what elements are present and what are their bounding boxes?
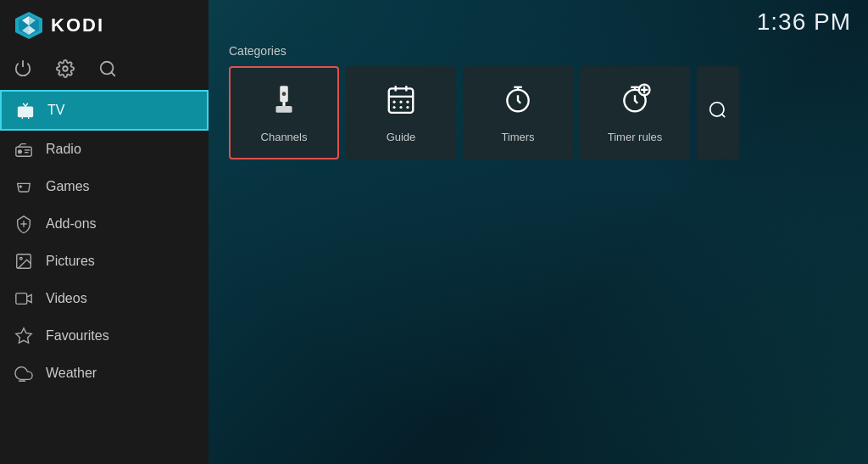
svg-line-48 [721, 114, 725, 117]
search-partial-icon [706, 98, 730, 129]
timers-label: Timers [501, 131, 534, 143]
categories-label: Categories [209, 44, 868, 66]
addons-icon [14, 214, 34, 234]
search-button[interactable] [98, 59, 117, 78]
category-search-partial[interactable] [697, 66, 739, 159]
videos-icon [14, 288, 34, 309]
top-bar: 1:36 PM [209, 0, 868, 44]
svg-point-6 [63, 66, 68, 71]
sidebar-item-games[interactable]: Games [0, 168, 209, 205]
category-guide[interactable]: Guide [346, 66, 456, 159]
sidebar-item-tv[interactable]: TV [0, 90, 209, 131]
category-channels[interactable]: Channels [229, 66, 339, 159]
sidebar-item-videos[interactable]: Videos [0, 280, 209, 317]
sidebar-item-radio[interactable]: Radio [0, 131, 209, 168]
sidebar-item-tv-label: TV [47, 103, 64, 118]
svg-rect-28 [276, 105, 292, 112]
svg-point-13 [19, 150, 22, 154]
radio-icon [14, 139, 34, 159]
sidebar-item-pictures-label: Pictures [46, 254, 95, 269]
sidebar-item-favourites[interactable]: Favourites [0, 317, 209, 355]
sidebar-item-weather[interactable]: Weather [0, 355, 209, 392]
sidebar-item-pictures[interactable]: Pictures [0, 243, 209, 280]
svg-point-29 [282, 92, 287, 96]
sidebar-top-icons [0, 51, 209, 90]
clock-display: 1:36 PM [757, 8, 851, 36]
weather-icon [14, 363, 34, 383]
sidebar-item-favourites-label: Favourites [46, 328, 109, 344]
sidebar-item-addons-label: Add-ons [46, 216, 97, 232]
games-icon [14, 176, 34, 197]
timer-rules-label: Timer rules [608, 131, 663, 143]
channels-label: Channels [261, 131, 308, 143]
svg-line-8 [111, 72, 114, 75]
channels-icon [268, 83, 300, 122]
guide-icon [385, 83, 417, 122]
sidebar-header: KODI [0, 0, 209, 51]
sidebar-item-videos-label: Videos [46, 291, 87, 306]
timer-rules-icon [619, 83, 651, 122]
svg-point-19 [19, 257, 22, 260]
kodi-logo-icon [14, 10, 44, 41]
main-content: 1:36 PM Categories Channels [209, 0, 868, 464]
categories-grid: Channels Guide [209, 66, 868, 159]
power-button[interactable] [14, 59, 32, 78]
svg-marker-21 [16, 328, 31, 343]
sidebar: KODI [0, 0, 209, 464]
svg-rect-9 [18, 106, 33, 117]
svg-rect-30 [389, 88, 414, 112]
svg-rect-27 [282, 102, 285, 106]
sidebar-item-weather-label: Weather [46, 366, 97, 381]
timers-icon [502, 83, 534, 122]
favourites-icon [14, 326, 34, 346]
sidebar-item-addons[interactable]: Add-ons [0, 205, 209, 243]
category-timers[interactable]: Timers [463, 66, 573, 159]
sidebar-item-radio-label: Radio [46, 142, 81, 157]
settings-button[interactable] [56, 59, 75, 78]
pictures-icon [14, 251, 34, 271]
sidebar-item-games-label: Games [46, 179, 90, 194]
app-title: KODI [51, 14, 104, 36]
tv-icon [15, 100, 36, 120]
category-timer-rules[interactable]: Timer rules [580, 66, 690, 159]
sidebar-nav: TV Radio Games [0, 90, 209, 464]
svg-rect-20 [16, 293, 27, 305]
guide-label: Guide [387, 131, 416, 143]
